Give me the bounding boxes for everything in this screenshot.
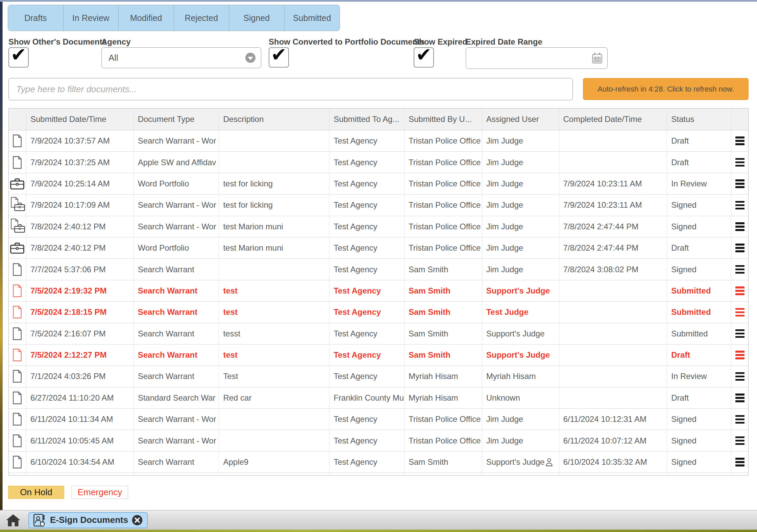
- show-converted-checkbox[interactable]: ✔: [269, 47, 289, 68]
- cell-assigned_user: Jim Judge: [482, 216, 559, 237]
- row-menu-icon[interactable]: [731, 259, 748, 280]
- esign-documents-page: DraftsIn ReviewModifiedRejectedSignedSub…: [0, 0, 757, 532]
- col-menu: [731, 108, 748, 130]
- row-menu-icon[interactable]: [731, 345, 748, 365]
- tab-submitted[interactable]: Submitted: [285, 5, 340, 31]
- table-row[interactable]: 6/27/2024 11:10:20 AMStandard Search War…: [9, 387, 748, 409]
- expired-date-range-input[interactable]: [466, 47, 608, 69]
- table-row[interactable]: 7/9/2024 10:37:57 AMSearch Warrant - Wor…: [9, 130, 748, 152]
- cell-submitted_to: Test Agency: [329, 430, 405, 451]
- tab-drafts[interactable]: Drafts: [8, 5, 64, 31]
- cell-description: test for licking: [219, 195, 329, 216]
- taskbar-tab-esign-documents[interactable]: E-Sign Documents: [28, 512, 148, 528]
- tab-modified[interactable]: Modified: [119, 5, 174, 31]
- tab-rejected[interactable]: Rejected: [174, 5, 229, 31]
- row-menu-icon[interactable]: [731, 323, 748, 344]
- table-row[interactable]: 7/5/2024 2:19:32 PMSearch WarranttestTes…: [9, 280, 748, 302]
- table-row[interactable]: 7/5/2024 2:12:27 PMSearch WarranttestTes…: [9, 345, 748, 366]
- row-menu-icon[interactable]: [731, 195, 748, 216]
- cell-description: test for licking: [219, 173, 329, 194]
- cell-completed: 6/11/2024 10:12:31 AM: [559, 409, 667, 430]
- col-doc_type[interactable]: Document Type: [134, 108, 219, 130]
- cell-submitted: 7/7/2024 5:37:06 PM: [26, 259, 134, 280]
- table-row[interactable]: 6/10/2024 10:34:54 AMSearch WarrantApple…: [9, 452, 748, 473]
- cell-doc_type: Word Portfolio: [134, 173, 219, 194]
- row-menu-icon[interactable]: [731, 366, 748, 387]
- cell-status: Signed: [667, 452, 731, 473]
- table-row[interactable]: 7/9/2024 10:25:14 AMWord Portfoliotest f…: [9, 173, 748, 195]
- table-row[interactable]: 7/5/2024 2:16:07 PMSearch WarranttesstTe…: [9, 323, 748, 345]
- cell-submitted_to: Test Agency: [329, 152, 405, 173]
- calendar-icon: [592, 52, 603, 64]
- row-menu-icon[interactable]: [731, 452, 748, 473]
- cell-completed: 6/11/2024 10:07:12 AM: [559, 430, 667, 451]
- status-tabbar: DraftsIn ReviewModifiedRejectedSignedSub…: [8, 5, 340, 31]
- auto-refresh-button[interactable]: Auto-refresh in 4:28. Click to refresh n…: [583, 78, 749, 100]
- row-menu-icon[interactable]: [731, 387, 748, 408]
- show-converted-label: Show Converted to Portfolio Documents: [269, 37, 424, 47]
- show-expired-checkbox[interactable]: ✔: [414, 47, 434, 68]
- row-menu-icon[interactable]: [731, 280, 748, 301]
- table-row[interactable]: 7/7/2024 5:37:06 PMSearch WarrantTest Ag…: [9, 259, 748, 280]
- cell-submitted_to: Test Agency: [329, 237, 405, 258]
- desktop-wallpaper-bottom-edge: [0, 530, 757, 532]
- col-submitted[interactable]: Submitted Date/Time: [26, 108, 134, 130]
- row-menu-icon[interactable]: [731, 173, 748, 194]
- table-row[interactable]: 6/11/2024 10:05:45 AMSearch Warrant - Wo…: [9, 430, 748, 451]
- col-description[interactable]: Description: [219, 108, 329, 130]
- check-icon: ✔: [11, 45, 27, 64]
- tab-signed[interactable]: Signed: [229, 5, 285, 31]
- row-menu-icon[interactable]: [731, 409, 748, 430]
- cell-description: Red car: [219, 387, 329, 408]
- cell-status: Draft: [667, 345, 731, 365]
- document-briefcase-icon: [9, 195, 26, 216]
- row-menu-icon[interactable]: [731, 130, 748, 151]
- cell-status: Draft: [667, 387, 731, 408]
- cell-submitted_to: Franklin County Mu: [329, 387, 405, 408]
- row-menu-icon[interactable]: [731, 237, 748, 258]
- agency-select[interactable]: All: [101, 47, 261, 68]
- col-submitted_to[interactable]: Submitted To Ag...: [329, 108, 405, 130]
- cell-submitted: 7/8/2024 2:40:12 PM: [26, 216, 134, 237]
- col-status[interactable]: Status: [667, 108, 731, 130]
- table-row[interactable]: 7/8/2024 2:40:12 PMWord Portfoliotest Ma…: [9, 237, 748, 259]
- table-row[interactable]: 7/9/2024 10:17:09 AMSearch Warrant - Wor…: [9, 195, 748, 216]
- cell-status: Signed: [667, 409, 731, 430]
- document-icon: [9, 452, 26, 473]
- table-row[interactable]: 7/8/2024 2:40:12 PMSearch Warrant - Wort…: [9, 216, 748, 237]
- cell-assigned_user: Support's Judge: [482, 280, 559, 301]
- cell-submitted_by: Tristan Police Office: [405, 216, 482, 237]
- table-body: 7/9/2024 10:37:57 AMSearch Warrant - Wor…: [9, 130, 748, 476]
- cell-description: test: [219, 345, 329, 365]
- cell-assigned_user: Support's Judge: [482, 452, 559, 473]
- table-row[interactable]: 6/11/2024 10:11:34 AMSearch Warrant - Wo…: [9, 409, 748, 430]
- address-book-shield-icon: [32, 513, 47, 528]
- table-row[interactable]: 7/1/2024 4:03:26 PMSearch WarrantTestTes…: [9, 366, 748, 387]
- cell-doc_type: Search Warrant: [134, 323, 219, 344]
- row-menu-icon[interactable]: [731, 302, 748, 323]
- document-filter-input[interactable]: [8, 78, 573, 100]
- row-menu-icon[interactable]: [731, 430, 748, 451]
- document-icon: [9, 130, 26, 151]
- cell-submitted_by: Tristan Police Office: [405, 130, 482, 151]
- cell-status: In Review: [667, 366, 731, 387]
- chevron-down-icon: [245, 53, 255, 63]
- cell-assigned_user: Jim Judge: [482, 237, 559, 258]
- col-assigned_user[interactable]: Assigned User: [482, 108, 559, 130]
- row-menu-icon[interactable]: [731, 216, 748, 237]
- col-submitted_by[interactable]: Submitted By U...: [405, 108, 482, 130]
- close-icon[interactable]: [131, 514, 143, 526]
- cell-completed: [559, 387, 667, 408]
- home-button[interactable]: [5, 513, 21, 527]
- row-menu-icon[interactable]: [731, 152, 748, 173]
- documents-table: Submitted Date/TimeDocument TypeDescript…: [8, 108, 749, 476]
- col-completed[interactable]: Completed Date/Time: [559, 108, 667, 130]
- tab-in-review[interactable]: In Review: [64, 5, 119, 31]
- cell-submitted_by: Sam Smith: [405, 280, 482, 301]
- cell-status: Signed: [667, 195, 731, 216]
- table-row[interactable]: 7/5/2024 2:18:15 PMSearch WarranttestTes…: [9, 302, 748, 323]
- check-icon: ✔: [271, 45, 287, 64]
- cell-description: [219, 259, 329, 280]
- show-others-checkbox[interactable]: ✔: [8, 47, 29, 68]
- table-row[interactable]: 7/9/2024 10:37:25 AMApple SW and Affidav…: [9, 152, 748, 173]
